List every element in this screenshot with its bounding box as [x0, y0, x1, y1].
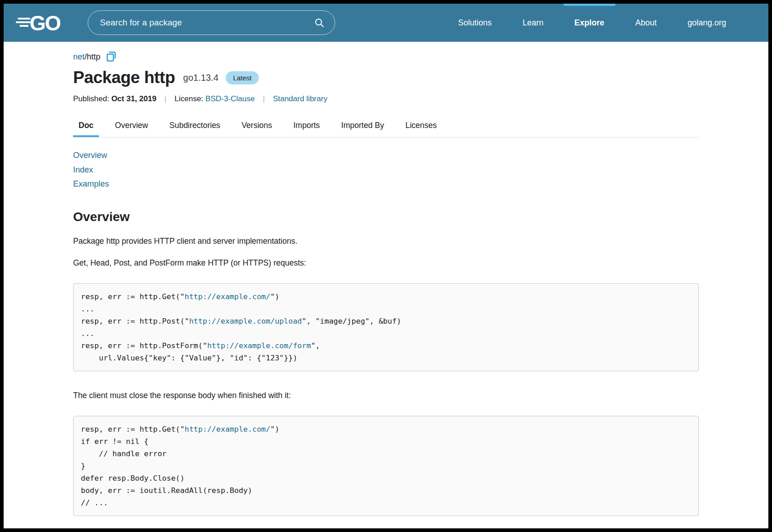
doc-toc: OverviewIndexExamples — [73, 148, 699, 192]
overview-paragraph-1: Package http provides HTTP client and se… — [73, 236, 699, 246]
tab-subdirectories[interactable]: Subdirectories — [164, 115, 226, 137]
nav-item-explore[interactable]: Explore — [564, 4, 615, 42]
search-form — [88, 10, 335, 35]
site-header: GO SolutionsLearnExploreAboutgolang.org — [4, 4, 768, 42]
license-label: License: — [174, 94, 203, 103]
go-logo-icon: GO — [16, 10, 65, 35]
toc-item: Index — [73, 163, 699, 177]
breadcrumb-link-net[interactable]: net — [73, 52, 84, 62]
code-url-link[interactable]: http://example.com/ — [184, 292, 270, 301]
latest-badge[interactable]: Latest — [226, 71, 259, 84]
published-label: Published: — [73, 94, 109, 103]
published-date: Oct 31, 2019 — [111, 94, 156, 103]
tab-doc[interactable]: Doc — [73, 115, 99, 137]
package-meta: Published: Oct 31, 2019 | License: BSD-3… — [73, 94, 699, 103]
standard-library-link[interactable]: Standard library — [273, 94, 327, 103]
search-button[interactable] — [312, 15, 327, 30]
nav-item-solutions[interactable]: Solutions — [447, 4, 503, 42]
page-title: Package http — [73, 68, 175, 87]
license-link[interactable]: BSD-3-Clause — [205, 94, 255, 103]
toc-item: Overview — [73, 148, 699, 163]
meta-separator: | — [257, 94, 271, 103]
svg-text:GO: GO — [30, 11, 60, 35]
tab-overview[interactable]: Overview — [109, 115, 153, 137]
nav-item-golang-org[interactable]: golang.org — [677, 4, 737, 42]
copy-path-button[interactable] — [106, 51, 117, 63]
code-example-response-body: resp, err := http.Get("http://example.co… — [73, 416, 699, 516]
tab-imports[interactable]: Imports — [288, 115, 325, 137]
copy-icon — [106, 51, 117, 63]
title-row: Package http go1.13.4 Latest — [73, 68, 699, 87]
overview-heading: Overview — [73, 210, 699, 224]
nav-item-learn[interactable]: Learn — [512, 4, 554, 42]
breadcrumb-current: /http — [84, 52, 100, 62]
tab-bar: DocOverviewSubdirectoriesVersionsImports… — [73, 115, 699, 138]
toc-link-index[interactable]: Index — [73, 165, 93, 174]
main-nav: SolutionsLearnExploreAboutgolang.org — [447, 4, 737, 42]
code-example-requests: resp, err := http.Get("http://example.co… — [73, 283, 699, 371]
package-page: net/http Package http go1.13.4 Latest Pu… — [73, 42, 699, 516]
toc-link-examples[interactable]: Examples — [73, 179, 109, 188]
breadcrumb: net/http — [73, 42, 699, 63]
search-icon — [314, 17, 325, 28]
overview-paragraph-3: The client must close the response body … — [73, 390, 699, 400]
nav-item-about[interactable]: About — [624, 4, 668, 42]
code-url-link[interactable]: http://example.com/form — [207, 341, 311, 350]
go-logo[interactable]: GO — [16, 4, 65, 42]
tab-versions[interactable]: Versions — [236, 115, 277, 137]
search-input[interactable] — [99, 17, 312, 28]
tab-licenses[interactable]: Licenses — [400, 115, 442, 137]
meta-separator: | — [158, 94, 172, 103]
version-label: go1.13.4 — [183, 73, 218, 83]
toc-item: Examples — [73, 177, 699, 192]
overview-paragraph-2: Get, Head, Post, and PostForm make HTTP … — [73, 258, 699, 268]
toc-link-overview[interactable]: Overview — [73, 151, 107, 160]
code-url-link[interactable]: http://example.com/ — [184, 425, 270, 433]
code-url-link[interactable]: http://example.com/upload — [189, 317, 302, 325]
tab-imported-by[interactable]: Imported By — [336, 115, 389, 137]
